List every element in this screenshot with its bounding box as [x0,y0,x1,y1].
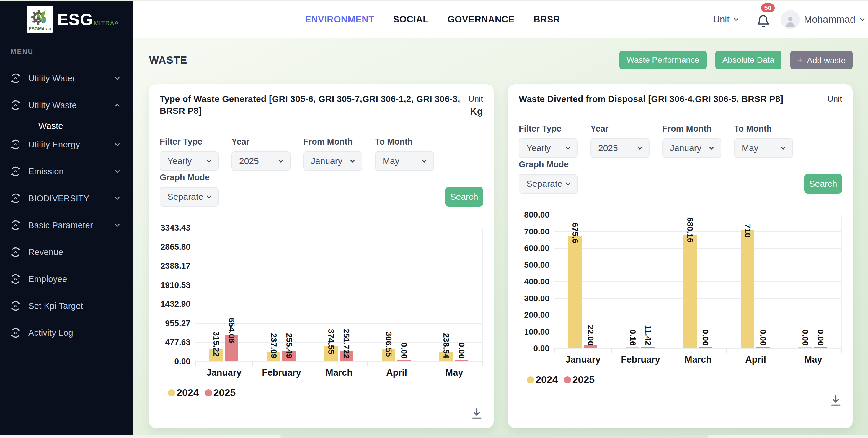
sidebar-item-revenue[interactable]: Revenue [0,243,133,261]
chevron-down-icon [113,141,121,148]
year-select[interactable]: 2025 [231,151,290,171]
chevron-down-icon [564,180,572,188]
bar-2024-january: 675.6 [568,236,582,348]
nav-tab-brsr[interactable]: BRSR [533,14,560,25]
esg-circle-icon [11,166,21,176]
year-select[interactable]: 2025 [590,138,650,158]
sidebar-item-basic-parameter[interactable]: Basic Parameter [0,216,133,234]
esg-circle-icon [11,328,21,338]
y-tick-label: 3343.43 [161,223,190,233]
download-row [160,407,483,420]
bar [683,235,697,348]
sidebar-item-set-kpi-target[interactable]: Set Kpi Target [0,297,133,315]
to-month-select[interactable]: May [375,151,434,171]
sidebar-item-biodiversity[interactable]: BIODIVERSITY [0,189,133,207]
graph-mode-select[interactable]: Separate [160,187,219,207]
person-icon [785,16,796,28]
chevron-down-icon [113,195,121,202]
bar-2024-may: 0.00 [798,347,812,348]
filter-type-select[interactable]: Yearly [519,138,578,158]
bar [798,347,812,348]
filter-type-label: Filter Type [519,124,578,134]
sidebar-item-utility-waste[interactable]: Utility Waste [0,96,133,114]
bar-value-label: 315.22 [211,331,221,357]
brand-name: ESG MITRAA [57,10,119,29]
user-menu[interactable]: Mohammad [804,14,866,25]
bar-value-label: 0.00 [701,329,710,346]
y-tick-label: 500.00 [524,260,550,270]
waste-performance-button[interactable]: Waste Performance [619,51,706,69]
bar-2025-january: 654.06 [225,335,238,361]
sidebar-subitem-waste[interactable]: Waste [0,117,133,135]
bar-2024-may: 238.54 [439,352,453,361]
download-icon[interactable] [830,394,842,407]
card-head: Type of Waste Generated [GRI 305-6, GRI … [160,93,483,118]
graph-mode-select[interactable]: Separate [519,174,578,194]
legend-dot [168,389,175,396]
legend-item-2024[interactable]: 2024 [168,387,199,399]
top-bar: ENVIRONMENTSOCIALGOVERNANCEBRSR Unit 50 … [133,1,868,38]
to-month-select[interactable]: May [734,138,793,158]
unit-dropdown[interactable]: Unit [713,14,740,25]
bar-pair: 374.55251.722 [324,346,353,361]
bar-2025-february: 255.49 [282,351,296,361]
bar-value-label: 374.55 [326,329,336,354]
filter-type-select[interactable]: Yearly [160,151,219,171]
nav-tab-governance[interactable]: GOVERNANCE [447,14,515,25]
search-button[interactable]: Search [804,174,842,194]
bar-2025-march: 251.722 [340,351,353,361]
y-tick-label: 0.00 [175,357,191,366]
filter-to-month: To Month May [734,124,793,158]
esg-circle-icon [11,247,21,257]
card-type-of-waste-generated: Type of Waste Generated [GRI 305-6, GRI … [149,84,494,428]
bar [455,360,468,361]
nav-tab-environment[interactable]: ENVIRONMENT [305,14,374,25]
esg-circle-icon [11,274,21,284]
avatar[interactable] [781,10,800,29]
legend-label: 2025 [572,374,595,385]
y-tick-label: 2865.80 [161,242,190,252]
legend-item-2025[interactable]: 2025 [564,374,595,385]
bar-pair: 0.000.00 [798,347,827,348]
sidebar-item-utility-energy[interactable]: Utility Energy [0,136,133,153]
horizontal-scrollbar[interactable] [0,435,868,438]
plot: 315.22654.06237.09255.49374.55251.722306… [195,228,483,361]
filter-year: Year 2025 [590,124,650,158]
card-title: Type of Waste Generated [GRI 305-6, GRI … [160,93,461,118]
sidebar-item-activity-log[interactable]: Activity Log [0,324,133,342]
search-button[interactable]: Search [445,187,483,207]
notifications-button[interactable]: 50 [756,11,771,28]
logo-caption: ESGMitraa [29,26,51,31]
card-head: Waste Diverted from Disposal [GRI 306-4,… [519,93,842,105]
sidebar-item-emission[interactable]: Emission [0,163,133,180]
bar [814,347,827,348]
chevron-down-icon [564,144,572,152]
nav-tab-social[interactable]: SOCIAL [393,14,429,25]
graph-mode-row: Graph Mode Separate Search [160,173,483,207]
download-icon[interactable] [471,407,483,420]
sidebar-item-utility-water[interactable]: Utility Water [0,69,133,87]
bar-value-label: 0.00 [816,329,825,346]
from-month-select[interactable]: January [662,138,721,158]
chart-type-of-waste: 3343.432865.802388.171910.531432.90955.2… [160,228,483,420]
top-edge-strip [0,0,868,1]
sidebar: ESGMitraa ESG MITRAA MENU Utility WaterU… [0,0,133,438]
legend-item-2025[interactable]: 2025 [205,387,236,399]
x-axis-label-january: January [195,368,253,378]
y-tick-label: 1432.90 [161,299,190,309]
chevron-down-icon [779,144,787,152]
bar-2025-february: 11.42 [641,347,655,348]
bar-pair: 675.622.00 [568,236,597,348]
from-month-select[interactable]: January [303,151,362,171]
chevron-down-icon [349,157,356,165]
submenu-rail [30,118,30,134]
bar-2024-april: 306.55 [382,349,395,361]
brand-logo: ESGMitraa [27,6,53,32]
chevron-down-icon [113,168,121,175]
legend-item-2024[interactable]: 2024 [527,374,558,385]
add-waste-button[interactable]: +Add waste [790,51,852,69]
scrollbar-thumb[interactable] [280,435,709,438]
sidebar-item-employee[interactable]: Employee [0,270,133,288]
absolute-data-button[interactable]: Absolute Data [715,51,781,69]
legend: 20242025 [168,387,483,399]
